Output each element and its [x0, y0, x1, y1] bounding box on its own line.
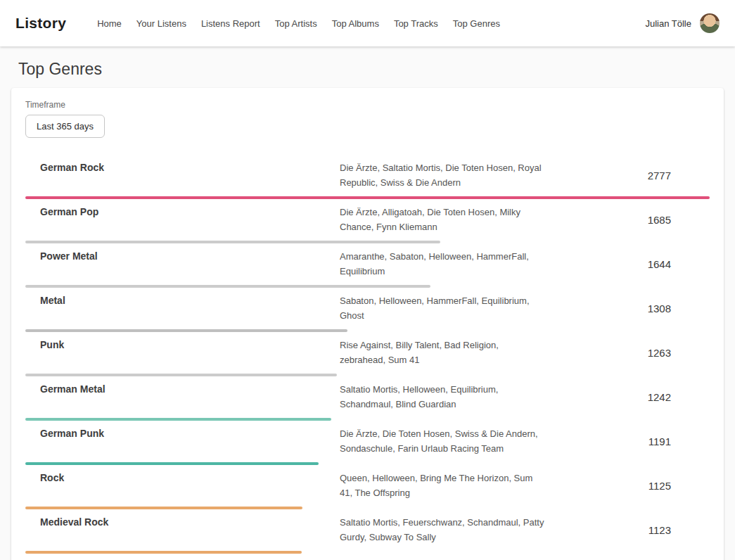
- genre-name: Punk: [25, 338, 340, 352]
- genre-row: Medieval RockSaltatio Mortis, Feuerschwa…: [25, 509, 710, 554]
- genre-name: Rock: [25, 471, 340, 485]
- genre-listen-count: 1308: [563, 303, 710, 314]
- navbar: Listory HomeYour ListensListens ReportTo…: [0, 0, 735, 46]
- page-title: Top Genres: [0, 60, 735, 79]
- genre-top-artists: Amaranthe, Sabaton, Helloween, HammerFal…: [340, 249, 563, 279]
- nav-link-home[interactable]: Home: [97, 18, 122, 29]
- genre-list: German RockDie Ärzte, Saltatio Mortis, D…: [25, 155, 710, 560]
- genre-listen-count: 2777: [563, 170, 710, 182]
- genre-top-artists: Die Ärzte, Saltatio Mortis, Die Toten Ho…: [340, 160, 563, 190]
- genre-name: Power Metal: [25, 249, 340, 264]
- genre-row-grid: MetalSabaton, Helloween, HammerFall, Equ…: [25, 293, 710, 323]
- main-content: Top Genres Timeframe Last 365 days Germa…: [0, 60, 735, 560]
- genre-listen-count: 1125: [563, 480, 710, 492]
- app-logo[interactable]: Listory: [15, 15, 66, 32]
- genre-row-grid: German PopDie Ärzte, Alligatoah, Die Tot…: [25, 205, 710, 234]
- genre-name: German Punk: [25, 426, 340, 441]
- timeframe-label: Timeframe: [25, 100, 710, 110]
- genre-row: German PopDie Ärzte, Alligatoah, Die Tot…: [25, 199, 710, 243]
- timeframe-select-button[interactable]: Last 365 days: [25, 115, 105, 138]
- nav-link-top-artists[interactable]: Top Artists: [275, 18, 317, 29]
- genre-top-artists: Rise Against, Billy Talent, Bad Religion…: [340, 338, 563, 367]
- genre-listen-count: 1685: [563, 214, 710, 226]
- genre-row: Melodic MetalUnleash The Archers, Hellow…: [25, 554, 710, 560]
- navbar-user-area: Julian Tölle: [645, 13, 720, 33]
- genre-top-artists: Saltatio Mortis, Feuerschwanz, Schandmau…: [340, 515, 563, 545]
- genre-row-grid: Medieval RockSaltatio Mortis, Feuerschwa…: [25, 515, 710, 545]
- genre-name: Medieval Rock: [25, 515, 340, 530]
- nav-links: HomeYour ListensListens ReportTop Artist…: [97, 18, 515, 29]
- nav-link-top-albums[interactable]: Top Albums: [332, 18, 379, 29]
- genre-row: PunkRise Against, Billy Talent, Bad Reli…: [25, 332, 710, 376]
- genre-row: German PunkDie Ärzte, Die Toten Hosen, S…: [25, 421, 710, 465]
- genre-name: Metal: [25, 293, 340, 308]
- genre-listen-count: 1242: [563, 391, 710, 403]
- genre-row: RockQueen, Helloween, Bring Me The Horiz…: [25, 465, 710, 509]
- genre-name: German Pop: [25, 205, 340, 219]
- nav-link-top-genres[interactable]: Top Genres: [453, 18, 500, 29]
- genre-row-grid: Power MetalAmaranthe, Sabaton, Helloween…: [25, 249, 710, 279]
- genre-row-grid: German RockDie Ärzte, Saltatio Mortis, D…: [25, 160, 710, 190]
- genre-top-artists: Saltatio Mortis, Helloween, Equilibrium,…: [340, 382, 563, 412]
- genre-row-grid: German MetalSaltatio Mortis, Helloween, …: [25, 382, 710, 412]
- genre-top-artists: Queen, Helloween, Bring Me The Horizon, …: [340, 471, 563, 500]
- genre-top-artists: Die Ärzte, Die Toten Hosen, Swiss & Die …: [340, 426, 563, 456]
- genre-row: German RockDie Ärzte, Saltatio Mortis, D…: [25, 155, 710, 199]
- nav-link-listens-report[interactable]: Listens Report: [201, 18, 260, 29]
- user-name: Julian Tölle: [645, 18, 691, 29]
- nav-link-top-tracks[interactable]: Top Tracks: [394, 18, 438, 29]
- genre-listen-count: 1263: [563, 347, 710, 359]
- user-avatar[interactable]: [700, 13, 720, 33]
- genre-listen-count: 1644: [563, 258, 710, 270]
- genre-row: Power MetalAmaranthe, Sabaton, Helloween…: [25, 243, 710, 288]
- genre-row-grid: RockQueen, Helloween, Bring Me The Horiz…: [25, 471, 710, 500]
- genre-top-artists: Die Ärzte, Alligatoah, Die Toten Hosen, …: [340, 205, 563, 234]
- genre-row-grid: German PunkDie Ärzte, Die Toten Hosen, S…: [25, 426, 710, 456]
- genre-listen-count: 1191: [563, 435, 710, 447]
- top-genres-card: Timeframe Last 365 days German RockDie Ä…: [11, 88, 724, 560]
- genre-top-artists: Sabaton, Helloween, HammerFall, Equilibr…: [340, 293, 563, 323]
- nav-link-your-listens[interactable]: Your Listens: [136, 18, 186, 29]
- genre-listen-count: 1123: [563, 524, 710, 536]
- genre-row-grid: PunkRise Against, Billy Talent, Bad Reli…: [25, 338, 710, 367]
- genre-name: German Metal: [25, 382, 340, 397]
- genre-row: German MetalSaltatio Mortis, Helloween, …: [25, 376, 710, 421]
- genre-row: MetalSabaton, Helloween, HammerFall, Equ…: [25, 288, 710, 332]
- genre-name: German Rock: [25, 160, 340, 175]
